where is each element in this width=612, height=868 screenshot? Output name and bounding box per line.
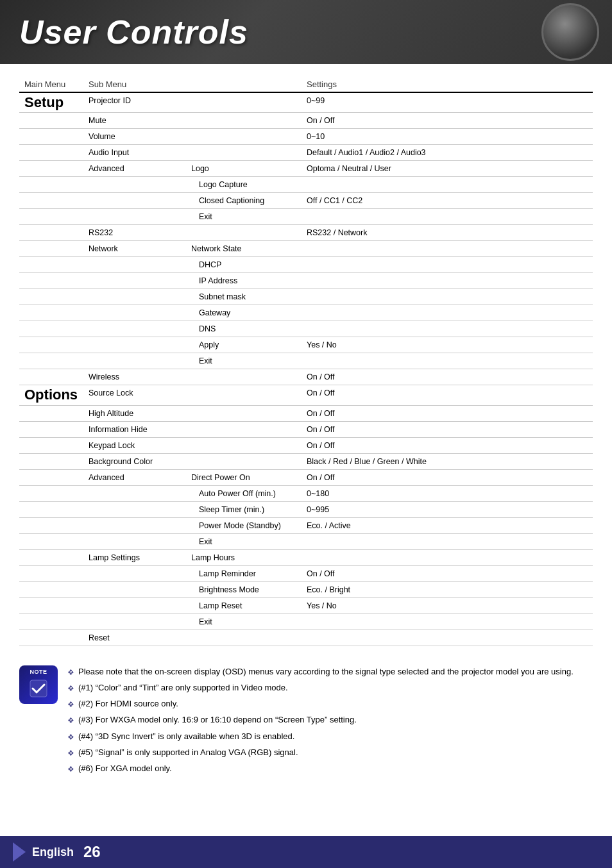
main-menu-cell — [19, 369, 83, 385]
settings-cell — [302, 209, 593, 225]
note-item-text: (#2) For HDMI source only. — [78, 697, 178, 711]
note-main-text: Please note that the on-screen display (… — [78, 665, 574, 679]
settings-cell — [302, 613, 593, 630]
checkmark-icon — [29, 679, 48, 698]
page-footer: English 26 — [0, 836, 612, 868]
table-row: Exit — [19, 209, 593, 225]
note-list-item: ❖(#2) For HDMI source only. — [67, 697, 593, 711]
settings-cell: Eco. / Bright — [302, 581, 593, 597]
diamond-icon: ❖ — [67, 764, 74, 776]
table-row: Brightness ModeEco. / Bright — [19, 581, 593, 597]
settings-cell: On / Off — [302, 113, 593, 129]
settings-cell: On / Off — [302, 369, 593, 385]
table-row: WirelessOn / Off — [19, 369, 593, 385]
table-row: Auto Power Off (min.)0~180 — [19, 485, 593, 501]
main-menu-cell — [19, 225, 83, 241]
table-row: Reset — [19, 630, 593, 646]
table-row: Exit — [19, 613, 593, 630]
settings-cell — [302, 321, 593, 337]
settings-cell: Eco. / Active — [302, 517, 593, 533]
sub2-menu-cell — [186, 92, 302, 113]
main-menu-cell — [19, 353, 83, 369]
page-title: User Controls — [19, 13, 248, 51]
main-menu-cell — [19, 597, 83, 613]
settings-cell — [302, 257, 593, 273]
sub2-menu-cell: Closed Captioning — [186, 193, 302, 209]
main-menu-cell — [19, 321, 83, 337]
table-row: Audio InputDefault / Audio1 / Audio2 / A… — [19, 145, 593, 161]
col-header-sub: Sub Menu — [83, 77, 186, 92]
sub2-menu-cell — [186, 405, 302, 421]
sub-menu-cell — [83, 501, 186, 517]
main-content: Main Menu Sub Menu Settings SetupProject… — [0, 64, 612, 791]
section-label: Setup — [24, 94, 64, 110]
table-row: Lamp ReminderOn / Off — [19, 565, 593, 581]
main-menu-cell — [19, 337, 83, 353]
table-row: Background ColorBlack / Red / Blue / Gre… — [19, 453, 593, 469]
main-menu-cell — [19, 485, 83, 501]
table-row: IP Address — [19, 273, 593, 289]
main-menu-cell — [19, 289, 83, 305]
note-item-text: (#4) “3D Sync Invert” is only available … — [78, 730, 294, 744]
table-row: ApplyYes / No — [19, 337, 593, 353]
main-menu-cell — [19, 630, 83, 646]
main-menu-cell — [19, 437, 83, 453]
sub-menu-cell — [83, 209, 186, 225]
main-menu-cell — [19, 257, 83, 273]
settings-cell: Off / CC1 / CC2 — [302, 193, 593, 209]
settings-cell: Optoma / Neutral / User — [302, 161, 593, 177]
main-menu-cell — [19, 161, 83, 177]
settings-cell — [302, 289, 593, 305]
sub-menu-cell — [83, 533, 186, 549]
table-row: Power Mode (Standby)Eco. / Active — [19, 517, 593, 533]
settings-cell: RS232 / Network — [302, 225, 593, 241]
diamond-icon: ❖ — [67, 731, 74, 744]
sub-menu-cell: Wireless — [83, 369, 186, 385]
sub2-menu-cell — [186, 113, 302, 129]
sub-menu-cell: Volume — [83, 129, 186, 145]
table-row: Sleep Timer (min.)0~995 — [19, 501, 593, 517]
note-list-item: ❖(#6) For XGA model only. — [67, 762, 593, 776]
sub-menu-cell: Lamp Settings — [83, 549, 186, 565]
settings-cell: Default / Audio1 / Audio2 / Audio3 — [302, 145, 593, 161]
sub-menu-cell — [83, 273, 186, 289]
table-row: Lamp SettingsLamp Hours — [19, 549, 593, 565]
main-menu-cell — [19, 549, 83, 565]
sub2-menu-cell — [186, 437, 302, 453]
note-item-text: (#6) For XGA model only. — [78, 762, 172, 776]
table-row: Lamp ResetYes / No — [19, 597, 593, 613]
sub-menu-cell — [83, 193, 186, 209]
diamond-icon: ❖ — [67, 699, 74, 711]
sub-menu-cell — [83, 353, 186, 369]
main-menu-cell: Options — [19, 385, 83, 405]
section-label: Options — [24, 387, 78, 403]
table-row: NetworkNetwork State — [19, 241, 593, 257]
main-menu-cell — [19, 501, 83, 517]
table-row: AdvancedLogoOptoma / Neutral / User — [19, 161, 593, 177]
sub-menu-cell — [83, 565, 186, 581]
sub-menu-cell: Mute — [83, 113, 186, 129]
sub-menu-cell — [83, 581, 186, 597]
diamond-icon: ❖ — [67, 667, 74, 679]
main-menu-cell — [19, 517, 83, 533]
main-menu-cell — [19, 145, 83, 161]
settings-cell: On / Off — [302, 565, 593, 581]
table-row: Subnet mask — [19, 289, 593, 305]
sub-menu-cell — [83, 177, 186, 193]
note-item-text: (#3) For WXGA model only. 16:9 or 16:10 … — [78, 714, 357, 727]
note-item-text: (#1) “Color” and “Tint” are only support… — [78, 681, 288, 695]
main-menu-cell — [19, 533, 83, 549]
table-row: Exit — [19, 533, 593, 549]
settings-cell: Yes / No — [302, 597, 593, 613]
sub2-menu-cell: Power Mode (Standby) — [186, 517, 302, 533]
sub2-menu-cell — [186, 421, 302, 437]
settings-cell — [302, 549, 593, 565]
main-menu-cell — [19, 241, 83, 257]
sub-menu-cell: Advanced — [83, 161, 186, 177]
header-decoration — [541, 3, 599, 61]
table-row: Gateway — [19, 305, 593, 321]
note-list-item: ❖(#4) “3D Sync Invert” is only available… — [67, 730, 593, 744]
sub2-menu-cell — [186, 453, 302, 469]
settings-cell: 0~99 — [302, 92, 593, 113]
table-row: DNS — [19, 321, 593, 337]
